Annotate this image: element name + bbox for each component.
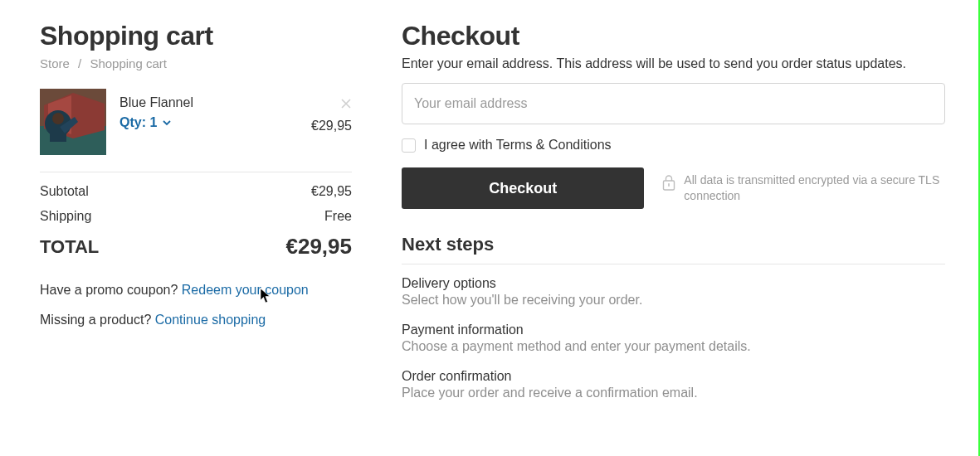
redeem-coupon-link[interactable]: Redeem your coupon [182,283,309,297]
product-name: Blue Flannel [119,95,352,110]
checkout-button[interactable]: Checkout [402,167,644,209]
continue-shopping-link[interactable]: Continue shopping [155,313,266,327]
breadcrumb-current: Shopping cart [90,56,167,70]
step-desc: Place your order and receive a confirmat… [402,386,945,400]
next-steps-title: Next steps [402,234,945,255]
subtotal-value: €29,95 [311,184,352,199]
shipping-value: Free [324,209,352,224]
remove-item-button[interactable] [340,97,352,112]
promo-question: Have a promo coupon? [40,283,182,297]
svg-rect-6 [669,183,670,187]
lock-icon [662,174,675,191]
step-confirmation: Order confirmation Place your order and … [402,369,945,400]
divider [402,264,945,264]
security-text: All data is transmitted encrypted via a … [684,172,945,204]
step-delivery: Delivery options Select how you'll be re… [402,276,945,308]
product-price: €29,95 [311,119,352,133]
svg-point-3 [52,113,64,124]
checkout-subtitle: Enter your email address. This address w… [402,56,945,71]
shipping-label: Shipping [40,209,91,224]
subtotal-label: Subtotal [40,184,89,199]
step-title: Order confirmation [402,369,945,384]
cursor-icon [260,288,271,304]
breadcrumb: Store / Shopping cart [40,56,352,70]
terms-label: I agree with Terms & Conditions [424,138,612,153]
divider [40,172,352,172]
cart-title: Shopping cart [40,21,352,51]
step-desc: Select how you'll be receiving your orde… [402,293,945,308]
close-icon [340,98,352,109]
total-label: TOTAL [40,236,99,258]
qty-label: Qty: 1 [119,115,157,130]
step-title: Delivery options [402,276,945,291]
terms-checkbox[interactable] [402,138,416,153]
product-thumbnail[interactable] [40,89,106,155]
email-field[interactable] [402,83,945,124]
security-note: All data is transmitted encrypted via a … [662,172,945,204]
chevron-down-icon [162,118,172,128]
breadcrumb-store[interactable]: Store [40,56,70,70]
qty-selector[interactable]: Qty: 1 [119,115,172,130]
step-payment: Payment information Choose a payment met… [402,323,945,354]
total-value: €29,95 [285,234,352,260]
checkout-title: Checkout [402,21,945,51]
step-title: Payment information [402,323,945,337]
cart-item: Blue Flannel Qty: 1 €29,95 [40,89,352,155]
breadcrumb-sep: / [78,56,81,70]
missing-question: Missing a product? [40,313,155,327]
step-desc: Choose a payment method and enter your p… [402,339,945,354]
